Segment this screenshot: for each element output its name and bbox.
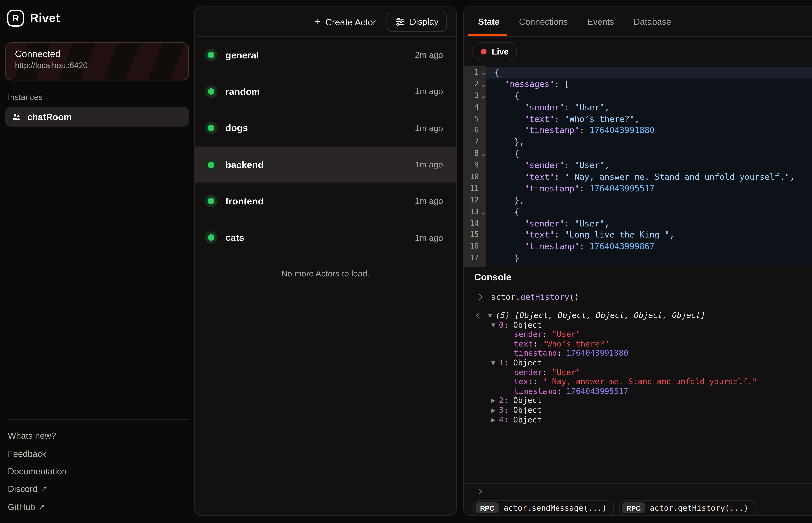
command-suffix: () xyxy=(569,292,579,302)
tab-state[interactable]: State xyxy=(478,7,500,36)
editor-code-line: { xyxy=(486,206,812,218)
fold-chevron-icon[interactable] xyxy=(482,153,485,157)
response-chevron-icon xyxy=(476,312,482,319)
users-icon xyxy=(12,112,21,122)
editor-line-number: 8 xyxy=(464,148,486,160)
console-output-row: text: " Nay, answer me. Stand and unfold… xyxy=(477,377,812,386)
triangle-open-icon[interactable]: ▼ xyxy=(491,320,499,330)
rivet-logo[interactable]: R Rivet xyxy=(7,10,60,26)
footer-link-label: Documentation xyxy=(8,467,67,476)
detail-tabs: StateConnectionsEventsDatabase Running xyxy=(464,7,812,37)
actor-last-seen: 1m ago xyxy=(415,87,443,96)
editor-line-number: 7 xyxy=(464,137,486,148)
editor-code-line: } xyxy=(486,253,812,264)
triangle-closed-icon[interactable]: ▶ xyxy=(491,405,499,415)
editor-line-number: 5 xyxy=(464,113,486,125)
rpc-chips-row: RPCactor.sendMessage(...)RPCactor.getHis… xyxy=(464,499,812,516)
footer-link-label: Discord xyxy=(8,484,37,494)
fold-chevron-icon[interactable] xyxy=(482,83,485,87)
command-object: actor. xyxy=(491,292,520,302)
editor-code-line: "text": " Nay, answer me. Stand and unfo… xyxy=(486,171,812,183)
console-header[interactable]: Console xyxy=(464,267,812,287)
actor-last-seen: 1m ago xyxy=(415,196,443,206)
rivet-app: R Rivet Connected http://localhost:6420 … xyxy=(0,0,812,523)
actor-row-random[interactable]: random1m ago xyxy=(195,73,456,110)
console-output-row: ▼0: Object xyxy=(477,320,812,330)
footer-link-discord[interactable]: Discord↗ xyxy=(8,480,189,498)
external-link-icon: ↗ xyxy=(41,485,48,493)
connection-status-card[interactable]: Connected http://localhost:6420 xyxy=(5,42,189,80)
console-output-row: ▶3: Object xyxy=(477,405,812,415)
status-dot-icon xyxy=(208,88,214,95)
console-output-row: sender: "User" xyxy=(477,367,812,377)
tab-database[interactable]: Database xyxy=(634,7,671,36)
rpc-tag: RPC xyxy=(476,502,499,513)
external-link-icon: ↗ xyxy=(39,503,45,511)
sidebar-item-chatroom[interactable]: chatRoom xyxy=(5,107,189,127)
editor-line-number: 9 xyxy=(464,160,486,172)
sliders-icon xyxy=(395,17,404,26)
sidebar-footer: Whats new?FeedbackDocumentationDiscord↗G… xyxy=(8,419,189,516)
footer-link-documentation[interactable]: Documentation xyxy=(8,463,189,480)
triangle-closed-icon[interactable]: ▶ xyxy=(491,415,499,425)
console-title: Console xyxy=(474,272,812,282)
console-output-row: text: "Who’s there?" xyxy=(477,339,812,349)
actor-detail-panel: StateConnectionsEventsDatabase Running L… xyxy=(463,6,812,516)
rpc-method-label: actor.sendMessage(...) xyxy=(504,503,607,512)
actor-row-backend[interactable]: backend1m ago xyxy=(195,147,456,183)
fold-chevron-icon[interactable] xyxy=(482,211,485,214)
editor-line-number: 16 xyxy=(464,241,486,253)
triangle-closed-icon[interactable]: ▶ xyxy=(491,396,499,405)
actors-panel: + Create Actor Display general2m agorand… xyxy=(194,6,457,516)
actor-row-general[interactable]: general2m ago xyxy=(195,37,456,73)
actor-last-seen: 1m ago xyxy=(415,123,443,133)
footer-link-github[interactable]: GitHub↗ xyxy=(8,498,189,516)
editor-code-line: "sender": "User", xyxy=(486,218,812,229)
editor-line-number: 13 xyxy=(464,206,486,218)
editor-line-number: 10 xyxy=(464,171,486,183)
actor-row-dogs[interactable]: dogs1m ago xyxy=(195,110,456,146)
fold-chevron-icon[interactable] xyxy=(482,72,485,75)
editor-line-number: 15 xyxy=(464,229,486,241)
display-button[interactable]: Display xyxy=(386,12,447,32)
actor-name: dogs xyxy=(225,123,415,133)
editor-code-line: { xyxy=(486,67,812,78)
editor-code-line: "timestamp": 1764043995517 xyxy=(486,183,812,195)
actor-name: backend xyxy=(225,159,415,170)
editor-code-line: "timestamp": 1764043991880 xyxy=(486,125,812,137)
tab-events[interactable]: Events xyxy=(587,7,614,36)
editor-code-line: { xyxy=(486,90,812,102)
live-badge[interactable]: Live xyxy=(472,42,517,60)
actor-row-cats[interactable]: cats1m ago xyxy=(195,220,456,256)
rivet-logo-text: Rivet xyxy=(30,11,60,25)
tab-connections[interactable]: Connections xyxy=(519,7,568,36)
editor-line-number: 17 xyxy=(464,253,486,264)
state-toolbar: Live xyxy=(464,37,812,66)
rpc-chip-actor-gethistory-[interactable]: RPCactor.getHistory(...) xyxy=(619,500,756,516)
triangle-open-icon[interactable]: ▼ xyxy=(491,358,499,367)
status-dot-icon xyxy=(208,161,214,168)
rpc-method-label: actor.getHistory(...) xyxy=(650,503,748,512)
status-dot-icon xyxy=(208,198,214,204)
create-actor-button[interactable]: + Create Actor xyxy=(314,16,376,28)
instances-label: Instances xyxy=(8,93,42,102)
plus-icon: + xyxy=(314,16,320,28)
live-dot-icon xyxy=(481,48,486,54)
console-output-row: ▶4: Object xyxy=(477,415,812,425)
editor-code-line: { xyxy=(486,148,812,160)
console-output-row: timestamp: 1764043995517 xyxy=(477,386,812,396)
actor-name: cats xyxy=(225,232,415,243)
state-json-editor[interactable]: 1234567891011121314151617 { "messages": … xyxy=(464,66,812,267)
status-dot-icon xyxy=(208,125,214,131)
fold-chevron-icon[interactable] xyxy=(482,95,485,98)
editor-code-line: "sender": "User", xyxy=(486,102,812,113)
editor-line-number: 2 xyxy=(464,78,486,90)
rpc-chip-actor-sendmessage-[interactable]: RPCactor.sendMessage(...) xyxy=(473,500,614,516)
footer-link-whats-new-[interactable]: Whats new? xyxy=(8,427,189,445)
triangle-open-icon[interactable]: ▼ xyxy=(488,311,496,320)
console-input-row[interactable] xyxy=(464,483,812,499)
actor-row-frontend[interactable]: frontend1m ago xyxy=(195,183,456,220)
actor-last-seen: 1m ago xyxy=(415,160,443,169)
footer-link-feedback[interactable]: Feedback xyxy=(8,445,189,463)
editor-line-number: 3 xyxy=(464,90,486,102)
